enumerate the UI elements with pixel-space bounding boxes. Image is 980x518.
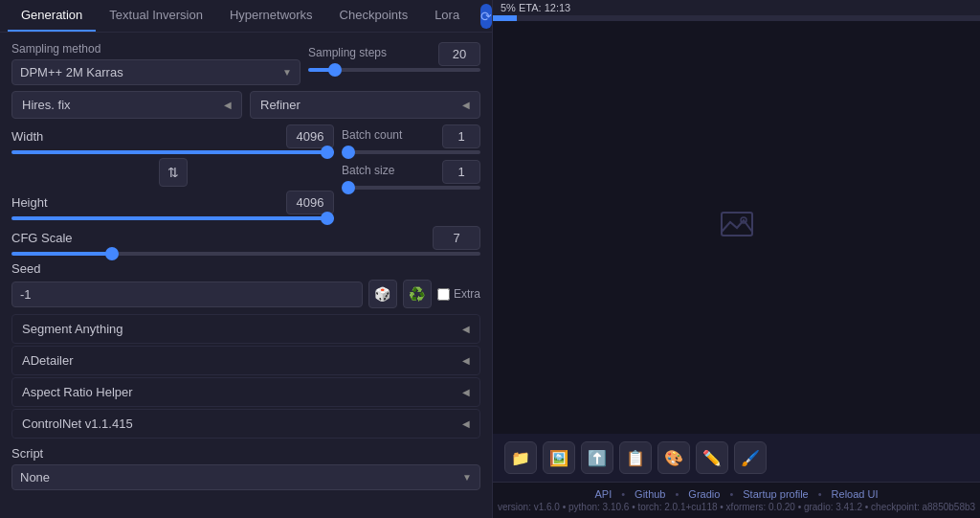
sampling-method-select[interactable]: DPM++ 2M Karras ▼ [11, 59, 301, 85]
aspect-ratio-helper-label: Aspect Ratio Helper [22, 385, 133, 399]
adetailer-chevron-icon: ◀ [462, 355, 470, 366]
script-section: Script None ▼ [11, 446, 480, 498]
footer-gradio-link[interactable]: Gradio [688, 488, 720, 500]
batch-size-label: Batch size [342, 164, 394, 177]
seed-row: 🎲 ♻️ Extra [11, 280, 480, 308]
image-toolbar: 📁 🖼️ ⬆️ 📋 🎨 ✏️ 🖌️ [493, 434, 980, 482]
footer-reload-ui-link[interactable]: Reload UI [832, 488, 879, 500]
refresh-icon[interactable]: ⟳ [480, 4, 492, 29]
tool-image-button[interactable]: 🖼️ [543, 441, 575, 474]
tool-edit-button[interactable]: ✏️ [696, 441, 728, 474]
adetailer-label: ADetailer [22, 353, 73, 368]
sampling-method-label: Sampling method [11, 42, 301, 56]
hires-chevron-icon: ◀ [224, 100, 232, 110]
batch-count-label: Batch count [342, 128, 402, 142]
width-section: Width [11, 124, 334, 154]
footer-links: API • Github • Gradio • Startup profile … [493, 488, 980, 500]
seed-input[interactable] [11, 282, 363, 307]
sampling-method-section: Sampling method DPM++ 2M Karras ▼ [11, 42, 301, 85]
image-placeholder-icon [718, 205, 756, 251]
refiner-chevron-icon: ◀ [462, 100, 470, 110]
swap-dimensions-button[interactable]: ⇅ [159, 158, 188, 187]
aspect-ratio-helper-chevron-icon: ◀ [462, 387, 470, 397]
footer-api-link[interactable]: API [594, 488, 612, 500]
accordion-adetailer[interactable]: ADetailer ◀ [11, 346, 480, 375]
script-select[interactable]: None ▼ [11, 464, 480, 490]
hires-refiner-row: Hires. fix ◀ Refiner ◀ [11, 91, 480, 119]
batch-size-section: Batch size [342, 160, 480, 190]
segment-anything-label: Segment Anything [22, 322, 123, 336]
sampling-steps-section: Sampling steps [308, 42, 480, 72]
extra-label: Extra [454, 287, 480, 301]
cfg-scale-section: CFG Scale [11, 226, 480, 256]
batch-count-section: Batch count [342, 124, 480, 154]
progress-text: 5% ETA: 12:13 [501, 2, 570, 13]
refiner-button[interactable]: Refiner ◀ [250, 91, 480, 119]
left-panel: Generation Textual Inversion Hypernetwor… [0, 0, 493, 518]
accordion-controlnet[interactable]: ControlNet v1.1.415 ◀ [11, 409, 480, 439]
tool-brush-button[interactable]: 🖌️ [734, 441, 767, 474]
hires-fix-button[interactable]: Hires. fix ◀ [11, 91, 242, 119]
script-label: Script [11, 446, 480, 461]
controlnet-label: ControlNet v1.1.415 [22, 417, 133, 431]
seed-dice-button[interactable]: 🎲 [368, 280, 397, 308]
script-chevron-down-icon: ▼ [462, 472, 472, 483]
seed-reset-button[interactable]: ♻️ [403, 280, 432, 308]
width-label: Width [11, 129, 88, 144]
cfg-scale-label: CFG Scale [11, 231, 88, 245]
cfg-scale-slider[interactable] [11, 252, 480, 256]
sampling-row: Sampling method DPM++ 2M Karras ▼ Sampli… [11, 42, 480, 85]
tab-lora[interactable]: Lora [421, 0, 473, 32]
progress-section: 5% ETA: 12:13 [493, 0, 980, 21]
seed-section: Seed 🎲 ♻️ Extra [11, 261, 480, 308]
segment-anything-chevron-icon: ◀ [462, 324, 470, 334]
controlnet-chevron-icon: ◀ [462, 418, 470, 429]
dims-section: Width ⇅ Height [11, 124, 334, 220]
tabs-bar: Generation Textual Inversion Hypernetwor… [0, 0, 492, 33]
tab-hypernetworks[interactable]: Hypernetworks [216, 0, 326, 32]
footer-version-text: version: v1.6.0 • python: 3.10.6 • torch… [493, 502, 980, 512]
dims-batch-row: Width ⇅ Height [11, 124, 480, 220]
footer-github-link[interactable]: Github [635, 488, 665, 500]
footer: API • Github • Gradio • Startup profile … [493, 482, 980, 518]
batch-count-slider[interactable] [342, 150, 480, 154]
accordion-segment-anything[interactable]: Segment Anything ◀ [11, 314, 480, 344]
tab-checkpoints[interactable]: Checkpoints [326, 0, 422, 32]
height-section: Height [11, 191, 334, 220]
batch-section: Batch count Batch size [342, 124, 480, 190]
height-label: Height [11, 195, 88, 210]
extra-checkbox-wrap: Extra [437, 287, 480, 301]
extra-checkbox[interactable] [437, 288, 450, 301]
sampling-steps-slider[interactable] [308, 68, 480, 72]
tab-textual-inversion[interactable]: Textual Inversion [96, 0, 216, 32]
panel-content: Sampling method DPM++ 2M Karras ▼ Sampli… [0, 33, 492, 507]
accordion-aspect-ratio-helper[interactable]: Aspect Ratio Helper ◀ [11, 377, 480, 407]
tool-palette-button[interactable]: 🎨 [657, 441, 690, 474]
tool-folder-button[interactable]: 📁 [504, 441, 537, 474]
seed-label: Seed [11, 261, 480, 276]
tab-generation[interactable]: Generation [8, 0, 96, 32]
tool-clipboard-button[interactable]: 📋 [619, 441, 652, 474]
image-display-area [493, 21, 980, 434]
chevron-down-icon: ▼ [282, 67, 292, 78]
height-slider[interactable] [11, 216, 334, 220]
footer-startup-profile-link[interactable]: Startup profile [743, 488, 808, 500]
width-slider[interactable] [11, 150, 334, 154]
right-panel: 5% ETA: 12:13 📁 🖼️ ⬆️ 📋 🎨 ✏️ [493, 0, 980, 518]
sampling-steps-label: Sampling steps [308, 46, 387, 59]
accordions-section: Segment Anything ◀ ADetailer ◀ Aspect Ra… [11, 314, 480, 440]
batch-size-slider[interactable] [342, 186, 480, 190]
tool-upload-button[interactable]: ⬆️ [581, 441, 613, 474]
